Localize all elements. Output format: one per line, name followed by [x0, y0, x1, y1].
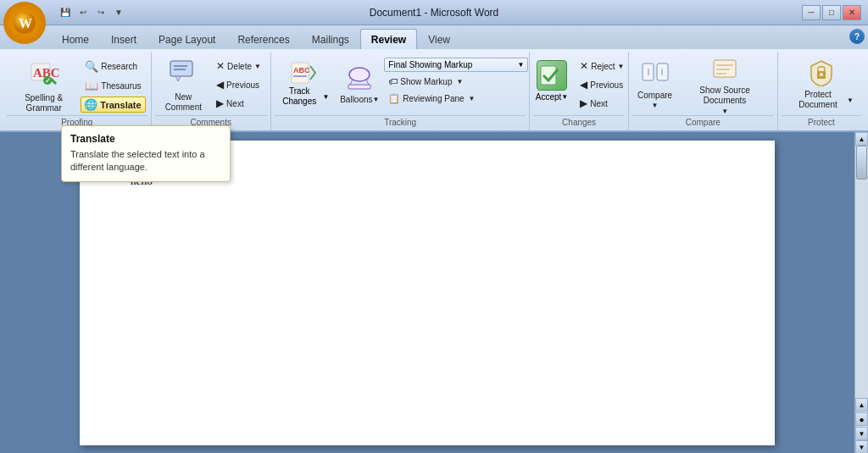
- track-changes-arrow: ▼: [322, 93, 329, 101]
- scroll-down-button[interactable]: ▼: [855, 440, 868, 453]
- track-changes-icon: ABC: [290, 59, 317, 86]
- vertical-scrollbar: ▲ ▲ ● ▼ ▼: [854, 132, 868, 453]
- window-controls: ─ □ ✕: [802, 5, 861, 20]
- svg-rect-22: [714, 60, 736, 77]
- research-icon: 🔍: [85, 60, 98, 73]
- next-change-icon: ▶: [580, 97, 587, 109]
- tab-page-layout[interactable]: Page Layout: [147, 29, 226, 49]
- scroll-thumb[interactable]: [856, 146, 867, 180]
- next-comment-button[interactable]: ▶ Next: [212, 95, 265, 112]
- track-changes-button[interactable]: ABC Track Changes ▼: [272, 56, 335, 110]
- reject-arrow: ▼: [618, 63, 625, 70]
- close-button[interactable]: ✕: [843, 5, 861, 20]
- thesaurus-button[interactable]: 📖 Thesaurus: [81, 77, 145, 95]
- tab-mailings[interactable]: Mailings: [301, 29, 360, 49]
- proofing-small-buttons: 🔍 Research 📖 Thesaurus 🌐 Translate: [81, 58, 145, 113]
- document-page: hello: [80, 141, 775, 445]
- next-change-button[interactable]: ▶ Next: [576, 95, 628, 112]
- show-source-button[interactable]: Show Source Documents ▼: [677, 56, 772, 113]
- show-source-arrow: ▼: [721, 108, 728, 115]
- svg-line-15: [366, 80, 369, 85]
- spelling-grammar-button[interactable]: ABC ✓ Spelling & Grammar: [8, 56, 79, 113]
- ribbon-group-proofing: ABC ✓ Spelling & Grammar 🔍 Research: [3, 52, 152, 130]
- reviewing-pane-arrow: ▼: [469, 95, 476, 102]
- redo-quick-button[interactable]: ↪: [93, 5, 108, 20]
- compare-button[interactable]: Compare ▼: [634, 56, 676, 113]
- tracking-group-label: Tracking: [275, 115, 526, 129]
- accept-button[interactable]: Accept ▼: [530, 56, 575, 106]
- scroll-track[interactable]: [855, 146, 868, 398]
- ribbon-group-compare: Compare ▼ Show Source Documents ▼: [629, 52, 778, 130]
- undo-quick-button[interactable]: ↩: [75, 5, 91, 20]
- save-quick-button[interactable]: 💾: [58, 5, 73, 20]
- new-comment-button[interactable]: New Comment: [157, 56, 211, 113]
- compare-arrow: ▼: [652, 102, 659, 109]
- protect-arrow: ▼: [847, 97, 854, 104]
- reject-button[interactable]: ✕ Reject ▼: [576, 58, 628, 75]
- svg-rect-6: [170, 61, 192, 76]
- maximize-button[interactable]: □: [822, 5, 841, 20]
- ribbon-group-changes: Accept ▼ ✕ Reject ▼ ◀ Previous ▶: [530, 52, 628, 130]
- scroll-bottom-buttons: ▲ ● ▼: [855, 398, 868, 440]
- ribbon-group-tracking: ABC Track Changes ▼: [271, 52, 531, 130]
- previous-change-button[interactable]: ◀ Previous: [576, 76, 628, 93]
- svg-text:ABC: ABC: [293, 66, 310, 75]
- reviewing-pane-icon: 📋: [388, 93, 400, 104]
- help-button[interactable]: ?: [849, 29, 865, 44]
- tracking-mode-dropdown[interactable]: Final Showing Markup ▼: [384, 58, 528, 72]
- scroll-prev-page-button[interactable]: ▲: [855, 398, 868, 412]
- protect-icon: [808, 59, 835, 88]
- tracking-dropdown-arrow: ▼: [517, 61, 524, 69]
- svg-marker-7: [175, 76, 181, 81]
- tab-insert[interactable]: Insert: [100, 29, 147, 49]
- accept-arrow: ▼: [561, 93, 568, 101]
- title-bar-left: W 💾 ↩ ↪ ▼: [7, 5, 126, 20]
- next-comment-icon: ▶: [216, 97, 224, 109]
- balloons-button[interactable]: Balloons ▼: [338, 56, 381, 113]
- tab-home[interactable]: Home: [51, 29, 100, 49]
- title-bar: W 💾 ↩ ↪ ▼ Document1 - Microsoft Word ─ □…: [0, 0, 868, 25]
- svg-line-14: [350, 80, 353, 85]
- tooltip-description: Translate the selected text into a diffe…: [70, 148, 221, 174]
- compare-icon: [642, 60, 669, 89]
- customize-quick-button[interactable]: ▼: [111, 5, 126, 20]
- svg-point-13: [349, 68, 370, 81]
- show-markup-button[interactable]: 🏷 Show Markup ▼: [384, 74, 528, 89]
- svg-point-27: [820, 73, 823, 76]
- new-comment-icon: [169, 58, 198, 91]
- translate-button[interactable]: 🌐 Translate: [81, 97, 145, 113]
- protect-group-label: Protect: [782, 115, 861, 129]
- tooltip: Translate Translate the selected text in…: [61, 125, 231, 182]
- balloons-icon: [347, 66, 372, 93]
- delete-dropdown-arrow: ▼: [254, 63, 261, 70]
- prev-change-icon: ◀: [580, 79, 587, 91]
- compare-group-label: Compare: [632, 115, 774, 129]
- ribbon-group-protect: Protect Document ▼ Protect: [778, 52, 865, 130]
- delete-icon: ✕: [216, 60, 225, 72]
- delete-comment-button[interactable]: ✕ Delete ▼: [212, 58, 265, 75]
- minimize-button[interactable]: ─: [802, 5, 821, 20]
- protect-document-button[interactable]: Protect Document ▼: [783, 56, 860, 113]
- tooltip-title: Translate: [70, 133, 221, 145]
- scroll-select-button[interactable]: ●: [855, 412, 868, 426]
- scroll-up-button[interactable]: ▲: [855, 132, 868, 146]
- prev-comment-icon: ◀: [216, 79, 224, 91]
- tab-references[interactable]: References: [226, 29, 300, 49]
- ribbon: Home Insert Page Layout References Maili…: [0, 25, 868, 132]
- svg-rect-16: [348, 85, 370, 89]
- tracking-mode-value: Final Showing Markup: [388, 60, 515, 69]
- tab-review[interactable]: Review: [360, 29, 417, 49]
- office-button[interactable]: W: [3, 2, 46, 44]
- previous-comment-button[interactable]: ◀ Previous: [212, 76, 265, 93]
- thesaurus-icon: 📖: [85, 80, 98, 92]
- balloons-arrow: ▼: [373, 96, 380, 103]
- scroll-next-page-button[interactable]: ▼: [855, 427, 868, 440]
- show-markup-icon: 🏷: [388, 76, 398, 86]
- changes-group-label: Changes: [533, 115, 624, 129]
- show-markup-arrow: ▼: [456, 78, 463, 86]
- reviewing-pane-button[interactable]: 📋 Reviewing Pane ▼: [384, 91, 528, 107]
- tab-view[interactable]: View: [417, 29, 461, 49]
- window-title: Document1 - Microsoft Word: [370, 7, 499, 19]
- translate-icon: 🌐: [84, 98, 97, 111]
- research-button[interactable]: 🔍 Research: [81, 58, 145, 75]
